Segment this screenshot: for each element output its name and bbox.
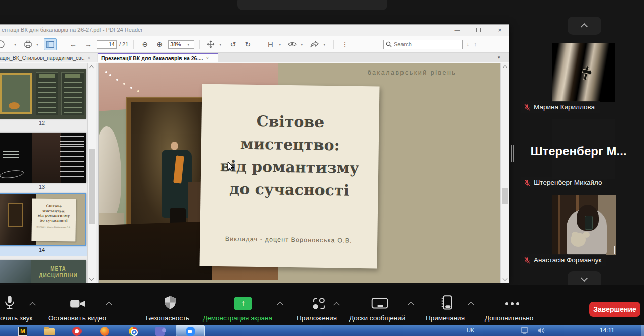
pan-caret-icon[interactable]: ▾ xyxy=(219,42,224,47)
stop-video-button-label[interactable]: Остановить видео xyxy=(48,314,106,322)
pan-tool-button[interactable] xyxy=(205,38,217,50)
page-forward-button[interactable]: → xyxy=(82,38,94,50)
toolbar-separator xyxy=(333,40,334,49)
thumbnail-page-13[interactable] xyxy=(0,133,86,183)
search-box[interactable] xyxy=(383,40,463,49)
tab-label: Презентації ВК для бакалаврів на 26-... xyxy=(101,55,203,61)
whiteboards-button-label[interactable]: Доски сообщений xyxy=(349,314,405,322)
thumbnail-page-14-selected[interactable]: Світове мистецтво: від романтизму до суч… xyxy=(0,193,86,246)
taskbar-opera-icon[interactable] xyxy=(72,327,82,336)
share-up-arrow-icon: ↑ xyxy=(241,299,245,307)
person-phone xyxy=(585,216,593,230)
search-prev-button[interactable]: ↑ xyxy=(474,41,477,48)
notes-button-label[interactable]: Примечания xyxy=(426,314,465,322)
scrollbar-thumb[interactable] xyxy=(502,188,508,204)
microphone-icon[interactable] xyxy=(3,295,16,310)
scroll-up-icon[interactable] xyxy=(503,65,508,71)
tab-prezentacii-vk[interactable]: Презентації ВК для бакалаврів на 26-... … xyxy=(98,53,218,62)
shield-security-icon[interactable] xyxy=(164,295,177,310)
mute-button-label[interactable]: очить звук xyxy=(0,314,32,322)
maximize-icon xyxy=(476,28,481,32)
document-scrollbar[interactable] xyxy=(500,63,509,283)
slide-view[interactable]: бакалаврський рівень Світове мистецтво: … xyxy=(99,63,500,283)
slide-title-line: мистецтво: xyxy=(201,132,379,157)
tab-close-icon[interactable]: × xyxy=(206,56,209,61)
window-titlebar[interactable]: ентації ВК для бакалаврів на 26-27.pdf -… xyxy=(0,25,509,36)
participants-scroll-up-button[interactable] xyxy=(568,17,601,35)
apps-icon[interactable] xyxy=(312,297,326,311)
search-input[interactable] xyxy=(394,41,453,47)
thumbnail-scrollbar[interactable] xyxy=(87,63,96,283)
slide-lecturer-line: Викладач - доцент Вороновська О.В. xyxy=(200,235,377,245)
share-screen-button[interactable]: ↑ xyxy=(234,297,252,310)
minimize-button[interactable]: — xyxy=(448,25,466,35)
thumbnail-page-15[interactable]: МЕТА ДИСЦИПЛІНИ xyxy=(0,260,86,283)
panel-header xyxy=(65,74,80,78)
taskbar-mail-app-icon[interactable]: M xyxy=(18,327,27,336)
panel-drag-handle[interactable] xyxy=(511,145,512,162)
more-button-label[interactable]: Дополнительно xyxy=(485,314,533,322)
share-screen-button-label[interactable]: Демонстрация экрана xyxy=(203,314,272,322)
highlight-tool-button[interactable]: H xyxy=(264,38,276,50)
page-back-button[interactable]: ← xyxy=(67,38,79,50)
photo-statue xyxy=(99,126,121,217)
video-camera-icon[interactable] xyxy=(70,298,86,309)
apps-button-label[interactable]: Приложения xyxy=(297,314,337,322)
thumbnail-page-12[interactable] xyxy=(0,69,86,119)
tab-list-caret-icon[interactable]: ▾ xyxy=(498,55,500,60)
save-icon[interactable] xyxy=(0,39,12,49)
thumb13-image xyxy=(32,133,61,183)
taskbar-firefox-icon[interactable] xyxy=(100,327,109,336)
view-tool-button[interactable] xyxy=(286,38,298,50)
thumb14-frame xyxy=(8,203,23,227)
meeting-top-pill[interactable] xyxy=(237,0,387,10)
tray-clock[interactable]: 14:11 xyxy=(600,327,614,334)
participant-video-1[interactable] xyxy=(552,43,615,102)
zoom-level-select[interactable]: 38% ▾ xyxy=(168,40,194,49)
screen: { "icons": { "minimize": "—", "close": "… xyxy=(0,0,644,336)
thumb15-title-line: МЕТА xyxy=(31,265,86,272)
taskbar-chrome-icon[interactable] xyxy=(129,327,138,336)
slide-title-line: до сучасності xyxy=(200,177,378,203)
print-caret-icon[interactable]: ▾ xyxy=(36,42,41,47)
scrollbar-thumb[interactable] xyxy=(89,149,95,224)
end-meeting-button[interactable]: Завершение xyxy=(589,302,640,317)
zoom-out-button[interactable]: ⊖ xyxy=(139,38,151,50)
tray-language-indicator[interactable]: UK xyxy=(467,327,474,333)
taskbar-zoom-active-app[interactable] xyxy=(176,325,205,336)
more-tools-kebab-icon[interactable]: ⋮ xyxy=(339,38,351,50)
scroll-up-icon[interactable] xyxy=(89,65,94,71)
maximize-button[interactable] xyxy=(469,25,488,35)
save-caret-icon[interactable]: ▾ xyxy=(14,42,19,47)
zoom-app-icon xyxy=(186,327,195,336)
zoom-caret-icon: ▾ xyxy=(187,42,192,47)
notes-icon[interactable] xyxy=(440,295,454,311)
scroll-down-icon[interactable] xyxy=(89,276,94,281)
page-number-input[interactable] xyxy=(97,40,117,49)
tab-close-icon[interactable]: × xyxy=(88,55,90,60)
highlight-caret-icon[interactable]: ▾ xyxy=(279,42,284,47)
tab-stylovi-paradygmy[interactable]: ація_ВК_Стильові_парадигми_св.. × xyxy=(0,53,97,62)
slide-title-line: Світове xyxy=(201,109,379,135)
taskbar-teams-icon[interactable] xyxy=(155,327,165,336)
zoom-in-button[interactable]: ⊕ xyxy=(153,38,166,50)
print-button[interactable] xyxy=(22,38,34,50)
rotate-right-button[interactable]: ↻ xyxy=(242,38,254,50)
whiteboard-icon[interactable] xyxy=(371,297,388,310)
participant-video-3[interactable] xyxy=(552,195,616,255)
tray-display-icon[interactable] xyxy=(521,327,528,334)
tray-speaker-icon[interactable] xyxy=(537,327,545,334)
close-button[interactable]: × xyxy=(491,25,509,35)
search-next-button[interactable]: ↓ xyxy=(466,41,469,48)
sidebar-toggle-button[interactable] xyxy=(44,38,57,50)
taskbar-explorer-icon[interactable] xyxy=(44,328,55,335)
share-export-button[interactable] xyxy=(308,38,320,50)
export-caret-icon[interactable]: ▾ xyxy=(323,42,328,47)
windows-taskbar: M UK 14:11 xyxy=(0,325,644,336)
view-caret-icon[interactable]: ▾ xyxy=(301,42,306,47)
more-options-icon[interactable] xyxy=(505,302,508,305)
show-desktop-button[interactable] xyxy=(641,325,644,336)
scroll-down-icon[interactable] xyxy=(503,276,508,281)
rotate-left-button[interactable]: ↺ xyxy=(227,38,239,50)
security-button-label[interactable]: Безопасность xyxy=(146,314,189,322)
